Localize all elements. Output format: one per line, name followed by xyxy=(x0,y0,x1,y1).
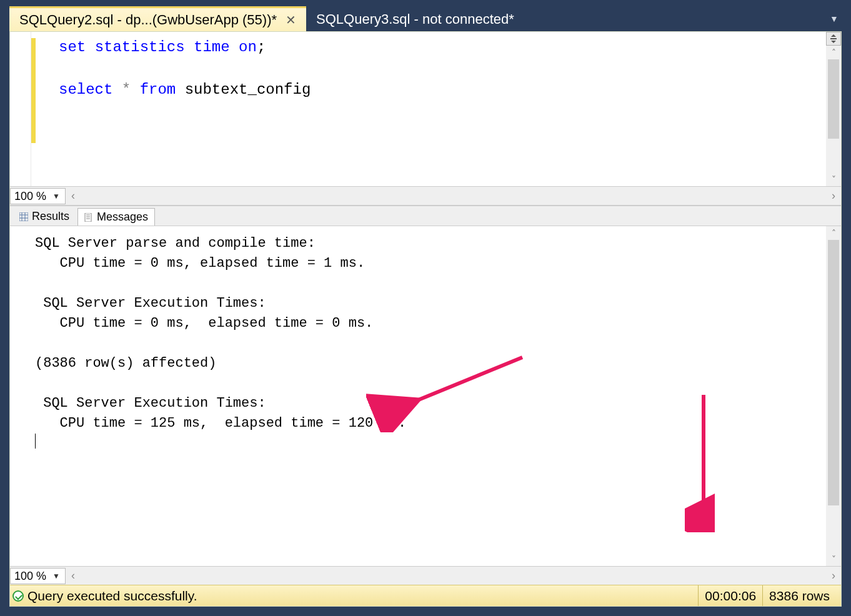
sql-code-editor[interactable]: set statistics time on; select * from su… xyxy=(31,32,311,186)
tab-label: SQLQuery2.sql - dp...(GwbUserApp (55))* xyxy=(19,12,277,28)
document-icon xyxy=(84,213,93,222)
grid-icon xyxy=(19,212,28,221)
scroll-right-icon[interactable]: › xyxy=(826,189,841,202)
status-elapsed: 00:00:06 xyxy=(698,585,762,606)
messages-vscrollbar[interactable]: ˄ ˅ xyxy=(826,226,841,566)
svg-rect-6 xyxy=(85,213,91,222)
messages-zoom-dropdown[interactable]: 100 % ▼ xyxy=(10,568,66,584)
keyword-select: select xyxy=(59,81,112,98)
scroll-thumb[interactable] xyxy=(828,240,839,505)
msg-line: SQL Server parse and compile time: xyxy=(35,236,324,251)
messages-output[interactable]: SQL Server parse and compile time: CPU t… xyxy=(10,226,841,455)
editor-zoom-dropdown[interactable]: 100 % ▼ xyxy=(10,188,66,204)
tab-messages-label: Messages xyxy=(97,211,148,224)
msg-line: SQL Server Execution Times: xyxy=(35,296,266,311)
msg-line: CPU time = 0 ms, elapsed time = 1 ms. xyxy=(35,256,365,271)
status-bar: Query executed successfully. 00:00:06 83… xyxy=(10,585,841,606)
msg-line: CPU time = 0 ms, elapsed time = 0 ms. xyxy=(35,315,373,331)
chevron-down-icon: ▼ xyxy=(52,568,60,584)
scroll-thumb[interactable] xyxy=(828,59,839,139)
active-files-dropdown[interactable]: ▼ xyxy=(827,6,842,31)
zoom-value-text: 100 % xyxy=(14,568,46,584)
svg-rect-1 xyxy=(19,212,28,221)
scroll-up-icon[interactable]: ˄ xyxy=(826,226,841,240)
keyword-on: on xyxy=(239,39,257,56)
identifier-table: subtext_config xyxy=(185,81,311,98)
scroll-left-icon[interactable]: ‹ xyxy=(66,569,81,582)
editor-body: set statistics time on; select * from su… xyxy=(10,32,841,186)
status-rowcount: 8386 rows xyxy=(762,585,836,606)
tab-sqlquery3[interactable]: SQLQuery3.sql - not connected* xyxy=(306,6,524,31)
success-icon xyxy=(12,590,24,602)
editor-zoombar: 100 % ▼ ‹ › xyxy=(10,186,841,205)
msg-line: SQL Server Execution Times: xyxy=(35,395,266,411)
msg-line: (8386 row(s) affected) xyxy=(35,355,216,371)
scroll-track[interactable] xyxy=(826,240,841,552)
op-star: * xyxy=(122,81,131,98)
chevron-down-icon: ▼ xyxy=(52,188,60,204)
tab-messages[interactable]: Messages xyxy=(77,208,155,226)
keyword-statistics: statistics xyxy=(95,39,185,56)
messages-zoombar: 100 % ▼ ‹ › xyxy=(10,566,841,585)
close-icon[interactable]: ✕ xyxy=(286,12,296,27)
status-message: Query executed successfully. xyxy=(27,589,197,604)
svg-rect-0 xyxy=(830,38,837,39)
sql-editor-pane: set statistics time on; select * from su… xyxy=(10,32,841,206)
scroll-track[interactable] xyxy=(826,59,841,172)
scroll-left-icon[interactable]: ‹ xyxy=(66,189,81,202)
tab-results-label: Results xyxy=(32,210,69,223)
scroll-right-icon[interactable]: › xyxy=(826,569,841,582)
zoom-value-text: 100 % xyxy=(14,188,46,204)
tab-sqlquery2[interactable]: SQLQuery2.sql - dp...(GwbUserApp (55))* … xyxy=(9,6,306,31)
scroll-down-icon[interactable]: ˅ xyxy=(826,172,841,186)
keyword-set: set xyxy=(59,39,86,56)
msg-line: CPU time = 125 ms, elapsed time = 120 ms… xyxy=(35,415,406,431)
split-icon xyxy=(829,34,838,43)
keyword-time: time xyxy=(194,39,230,56)
tab-results[interactable]: Results xyxy=(12,207,76,226)
messages-pane: SQL Server parse and compile time: CPU t… xyxy=(10,226,841,566)
scroll-down-icon[interactable]: ˅ xyxy=(826,552,841,566)
punct-semicolon: ; xyxy=(257,39,266,56)
chevron-down-icon: ▼ xyxy=(830,14,839,24)
tab-label: SQLQuery3.sql - not connected* xyxy=(316,11,514,27)
editor-gutter xyxy=(10,32,31,186)
document-tabstrip: SQLQuery2.sql - dp...(GwbUserApp (55))* … xyxy=(9,6,842,31)
status-elapsed-text: 00:00:06 xyxy=(705,589,756,604)
text-cursor xyxy=(35,434,36,449)
split-handle[interactable] xyxy=(826,32,841,46)
change-indicator xyxy=(31,38,36,143)
tabstrip-spacer xyxy=(524,6,827,31)
editor-vscrollbar[interactable]: ˄ ˅ xyxy=(826,46,841,186)
results-tabstrip: Results Messages xyxy=(10,206,841,226)
scroll-up-icon[interactable]: ˄ xyxy=(826,46,841,59)
document-container: set statistics time on; select * from su… xyxy=(9,31,842,607)
keyword-from: from xyxy=(140,81,176,98)
status-rowcount-text: 8386 rows xyxy=(769,589,830,604)
